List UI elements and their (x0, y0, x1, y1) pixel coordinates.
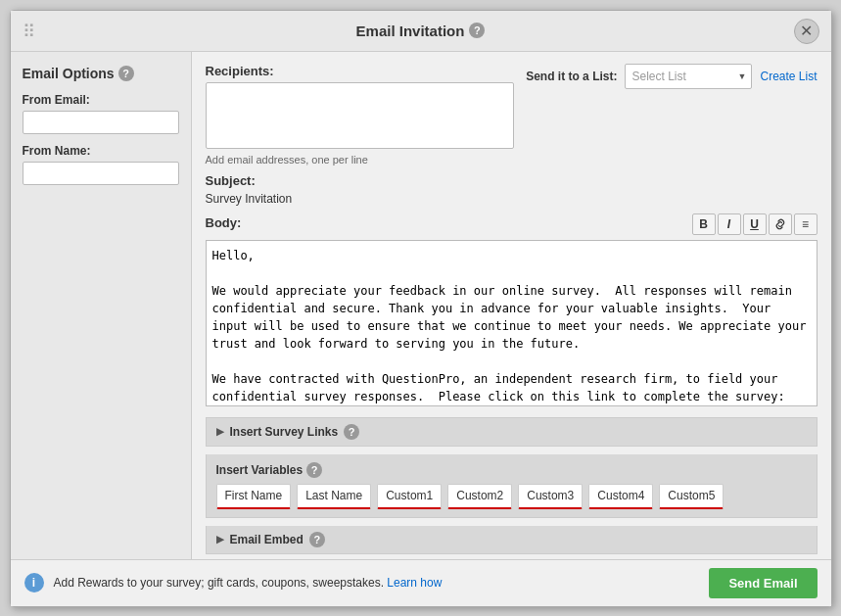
title-help-icon[interactable]: ? (469, 23, 485, 38)
recipients-label: Recipients: (206, 64, 515, 78)
send-list-label: Send it to a List: (526, 70, 617, 83)
learn-how-link[interactable]: Learn how (387, 576, 442, 590)
email-options-help-icon[interactable]: ? (118, 66, 134, 81)
underline-button[interactable]: U (743, 213, 767, 235)
email-invitation-modal: ⠿ Email Invitation ? ✕ Email Options ? F… (10, 10, 832, 607)
custom5-btn[interactable]: Custom5 (659, 484, 724, 509)
modal-title: Email Invitation (356, 23, 465, 39)
modal-header: ⠿ Email Invitation ? ✕ (11, 11, 831, 52)
subject-label: Subject: (206, 173, 818, 188)
insert-variables-section: Insert Variables ? First Name Last Name … (206, 454, 818, 518)
close-button[interactable]: ✕ (794, 19, 819, 44)
email-embed-label: Email Embed (230, 533, 304, 546)
drag-handle[interactable]: ⠿ (23, 21, 35, 42)
email-embed-section: ▶ Email Embed ? (206, 526, 818, 554)
align-button[interactable]: ≡ (794, 213, 818, 235)
body-section: Body: B I U ≡ Hello, W (206, 213, 818, 409)
create-list-link[interactable]: Create List (760, 70, 817, 83)
recipients-hint: Add email addresses, one per line (206, 154, 515, 166)
custom1-btn[interactable]: Custom1 (377, 484, 442, 509)
recipients-right: Send it to a List: Select List Create Li… (526, 64, 817, 89)
firstname-btn[interactable]: First Name (216, 484, 292, 509)
footer-text: Add Rewards to your survey; gift cards, … (54, 576, 700, 590)
lastname-btn[interactable]: Last Name (297, 484, 371, 509)
email-embed-arrow: ▶ (216, 534, 224, 545)
custom4-btn[interactable]: Custom4 (588, 484, 653, 509)
footer-info-icon: i (24, 573, 44, 592)
recipients-left: Recipients: Add email addresses, one per… (206, 64, 515, 166)
body-toolbar: B I U ≡ (692, 213, 818, 235)
italic-button[interactable]: I (718, 213, 741, 235)
from-name-input[interactable] (23, 162, 179, 185)
from-email-label: From Email: (23, 93, 179, 107)
body-textarea[interactable]: Hello, We would appreciate your feedback… (206, 240, 818, 406)
from-email-input[interactable] (23, 111, 179, 134)
insert-variables-label: Insert Variables ? (216, 462, 807, 478)
from-name-label: From Name: (23, 144, 179, 158)
link-button[interactable] (769, 213, 792, 235)
send-email-button[interactable]: Send Email (709, 568, 817, 598)
survey-links-help-icon[interactable]: ? (344, 424, 359, 440)
modal-body: Email Options ? From Email: From Name: R… (11, 52, 831, 559)
recipients-textarea[interactable] (206, 82, 515, 149)
variables-help-icon[interactable]: ? (306, 462, 322, 478)
custom3-btn[interactable]: Custom3 (518, 484, 583, 509)
insert-survey-links-section: ▶ Insert Survey Links ? (206, 417, 818, 447)
survey-links-arrow: ▶ (216, 426, 224, 437)
body-label: Body: (206, 215, 242, 230)
bold-button[interactable]: B (692, 213, 716, 235)
sidebar: Email Options ? From Email: From Name: (11, 52, 192, 559)
email-embed-header[interactable]: ▶ Email Embed ? (207, 526, 817, 553)
survey-links-label: Insert Survey Links (230, 425, 339, 439)
modal-footer: i Add Rewards to your survey; gift cards… (11, 559, 831, 606)
subject-value: Survey Invitation (206, 192, 818, 206)
email-embed-help-icon[interactable]: ? (309, 532, 325, 547)
insert-survey-links-header[interactable]: ▶ Insert Survey Links ? (207, 418, 817, 446)
select-list-dropdown[interactable]: Select List (625, 64, 752, 89)
custom2-btn[interactable]: Custom2 (447, 484, 512, 509)
recipients-row: Recipients: Add email addresses, one per… (206, 64, 818, 166)
select-list-wrapper[interactable]: Select List (625, 64, 752, 89)
variables-row: First Name Last Name Custom1 Custom2 Cus… (216, 484, 807, 509)
sidebar-title: Email Options ? (23, 66, 179, 81)
subject-section: Subject: Survey Invitation (206, 173, 818, 206)
main-content: Recipients: Add email addresses, one per… (192, 52, 831, 559)
